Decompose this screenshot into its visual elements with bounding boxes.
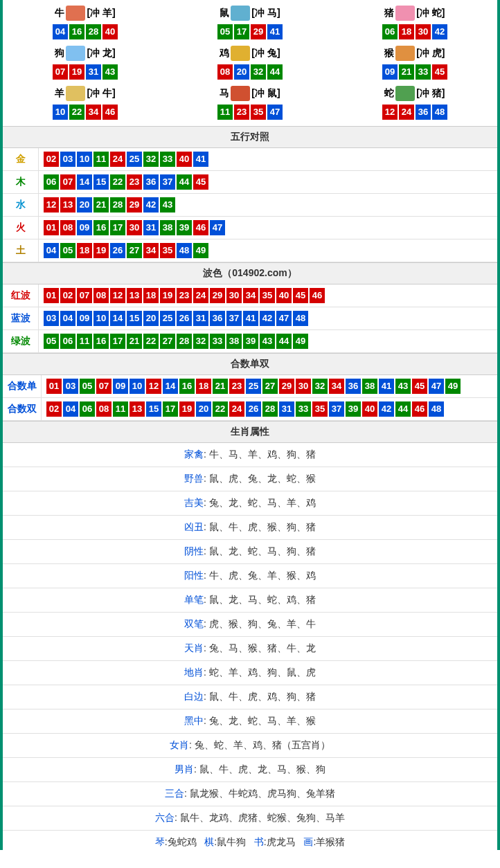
number-ball: 10	[130, 379, 145, 394]
qin-val: 鼠牛狗	[217, 836, 246, 847]
number-ball: 36	[210, 311, 225, 326]
number-ball: 10	[77, 152, 92, 167]
attr-key: 三合	[165, 788, 184, 799]
number-ball: 21	[127, 334, 142, 349]
attr-val: 兔、马、猴、猪、牛、龙	[209, 642, 316, 653]
attr-val: 兔、蛇、羊、鸡、猪（五宫肖）	[195, 739, 330, 750]
number-ball: 17	[110, 334, 125, 349]
number-ball: 13	[60, 197, 75, 213]
number-ball: 07	[77, 288, 92, 303]
zodiac-icon	[66, 46, 85, 61]
zodiac-title: 蛇 [冲 猪]	[332, 86, 497, 101]
number-ball: 23	[177, 288, 192, 303]
number-ball: 17	[110, 220, 125, 235]
number-ball: 33	[210, 334, 225, 349]
page-outer: 牛 [冲 羊] 04162840 鼠 [冲 马] 05172941 猪 [冲 蛇…	[0, 0, 500, 850]
number-ball: 13	[130, 401, 145, 417]
number-ball: 44	[177, 174, 192, 190]
number-ball: 03	[60, 152, 75, 167]
number-ball: 29	[279, 379, 294, 394]
number-ball: 18	[196, 379, 211, 394]
row-balls: 06071415222336374445	[39, 171, 497, 193]
attr-val: 鼠牛、龙鸡、虎猪、蛇猴、兔狗、马羊	[180, 812, 345, 823]
attr-row: 阳性: 牛、虎、兔、羊、猴、鸡	[3, 564, 497, 588]
number-ball: 38	[362, 379, 377, 394]
data-row: 火 0108091617303138394647	[3, 217, 497, 239]
row-label: 金	[3, 148, 39, 170]
row-balls: 03040910141520252631363741424748	[39, 307, 497, 329]
number-ball: 46	[310, 288, 325, 303]
number-ball: 42	[432, 24, 447, 39]
row-balls: 04051819262734354849	[39, 239, 497, 262]
number-ball: 41	[379, 379, 394, 394]
number-ball: 33	[416, 64, 431, 80]
number-ball: 37	[329, 401, 344, 417]
attr-key: 男肖	[175, 763, 194, 775]
zodiac-cell: 猪 [冲 蛇] 06183042	[332, 3, 497, 43]
number-ball: 14	[163, 379, 178, 394]
number-ball: 04	[53, 24, 68, 39]
row-balls: 0204060811131517192022242628313335373940…	[42, 398, 497, 420]
data-row: 土 04051819262734354849	[3, 239, 497, 262]
zodiac-balls: 10223446	[3, 104, 168, 120]
zodiac-balls: 12243648	[332, 104, 497, 120]
zodiac-balls: 08203244	[168, 64, 332, 80]
number-ball: 48	[293, 311, 308, 326]
attr-row: 阴性: 鼠、龙、蛇、马、狗、猪	[3, 540, 497, 564]
zodiac-name: 狗	[55, 47, 64, 60]
number-ball: 07	[53, 64, 68, 80]
zodiac-clash: [冲 龙]	[87, 47, 115, 60]
qin-row: 琴:兔蛇鸡 棋:鼠牛狗 书:虎龙马 画:羊猴猪	[3, 831, 497, 850]
number-ball: 35	[160, 243, 175, 258]
number-ball: 43	[260, 334, 275, 349]
zodiac-cell: 猴 [冲 虎] 09213345	[332, 43, 497, 83]
zodiac-clash: [冲 虎]	[416, 47, 445, 60]
number-ball: 10	[93, 311, 109, 326]
number-ball: 16	[179, 379, 195, 394]
attr-key: 白边	[184, 691, 204, 702]
number-ball: 46	[412, 401, 427, 417]
attr-key: 黑中	[184, 715, 204, 726]
zodiac-cell: 鼠 [冲 马] 05172941	[168, 3, 332, 43]
row-balls: 0103050709101214161821232527293032343638…	[42, 375, 497, 397]
attr-val: 兔、龙、蛇、马、羊、鸡	[209, 497, 316, 508]
zodiac-icon	[66, 6, 85, 21]
zodiac-cell: 羊 [冲 牛] 10223446	[3, 83, 168, 123]
number-ball: 22	[143, 334, 159, 349]
zodiac-name: 猴	[384, 47, 394, 60]
number-ball: 07	[60, 174, 75, 190]
row-label: 蓝波	[3, 307, 39, 329]
attr-key: 家禽	[184, 449, 204, 460]
number-ball: 34	[143, 243, 159, 258]
attr-val: 鼠、龙、蛇、马、狗、猪	[209, 545, 316, 557]
data-row: 木 06071415222336374445	[3, 171, 497, 194]
number-ball: 45	[432, 64, 447, 80]
bose-header: 波色（014902.com）	[3, 262, 497, 284]
number-ball: 32	[143, 152, 159, 167]
zodiac-clash: [冲 蛇]	[416, 7, 445, 19]
attr-row: 凶丑: 鼠、牛、虎、猴、狗、猪	[3, 516, 497, 540]
number-ball: 32	[251, 64, 266, 80]
zodiac-balls: 09213345	[332, 64, 497, 80]
number-ball: 30	[226, 288, 242, 303]
attr-key: 双笔	[184, 618, 204, 629]
number-ball: 15	[146, 401, 161, 417]
wuxing-header: 五行对照	[3, 126, 497, 148]
number-ball: 39	[177, 220, 192, 235]
data-row: 水 1213202128294243	[3, 194, 497, 217]
number-ball: 24	[399, 105, 414, 120]
number-ball: 45	[293, 288, 308, 303]
number-ball: 28	[86, 24, 101, 39]
attr-val: 牛、虎、兔、羊、猴、鸡	[209, 570, 316, 581]
qin-key: 棋	[204, 836, 214, 847]
number-ball: 17	[163, 401, 178, 417]
number-ball: 41	[193, 152, 208, 167]
number-ball: 02	[44, 152, 59, 167]
number-ball: 11	[93, 152, 109, 167]
attr-val: 鼠、牛、虎、猴、狗、猪	[209, 521, 316, 532]
number-ball: 05	[60, 243, 75, 258]
number-ball: 49	[193, 243, 208, 258]
zodiac-title: 牛 [冲 羊]	[3, 6, 168, 21]
number-ball: 31	[279, 401, 294, 417]
zodiac-icon	[231, 6, 250, 21]
